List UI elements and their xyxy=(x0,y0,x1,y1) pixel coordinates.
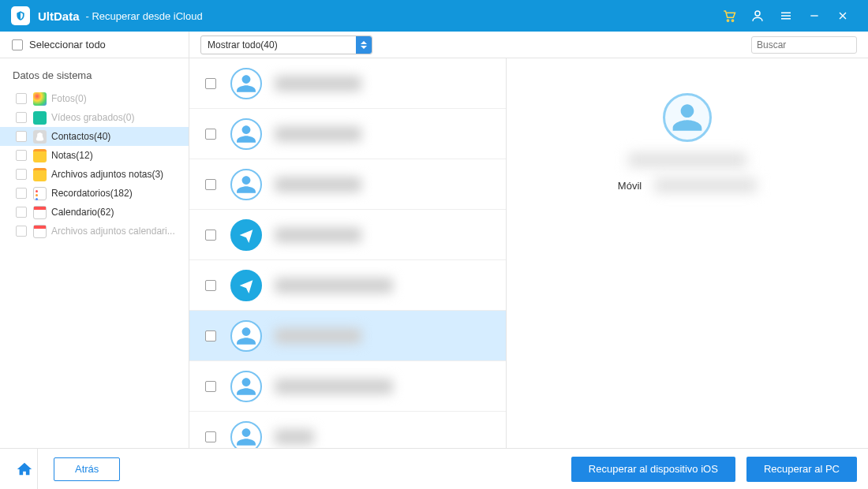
sidebar-item-checkbox[interactable] xyxy=(16,226,27,237)
sidebar-item-label: Vídeos grabados(0) xyxy=(51,112,134,123)
contact-row[interactable] xyxy=(189,260,506,311)
search-input[interactable] xyxy=(757,39,868,50)
contact-row-checkbox[interactable] xyxy=(205,78,216,89)
sidebar-item-calatt[interactable]: Archivos adjuntos calendari... xyxy=(0,222,189,241)
titlebar: UltData - Recuperar desde iCloud xyxy=(0,0,868,32)
contact-name-redacted xyxy=(275,278,393,293)
contact-name-redacted xyxy=(275,227,361,243)
notes2-icon xyxy=(33,168,47,181)
contact-avatar xyxy=(230,118,262,150)
videos-icon xyxy=(33,111,47,125)
photos-icon xyxy=(33,92,47,106)
contact-avatar xyxy=(230,169,262,200)
sidebar-group-title: Datos de sistema xyxy=(0,69,189,89)
search-box[interactable] xyxy=(751,36,857,54)
window-subtitle: - Recuperar desde iCloud xyxy=(86,10,203,22)
sidebar-item-checkbox[interactable] xyxy=(16,207,27,218)
contact-detail-name-redacted xyxy=(628,153,746,167)
sidebar-item-label: Notas(12) xyxy=(51,150,93,161)
sidebar-item-label: Fotos(0) xyxy=(51,93,87,104)
sidebar-item-notes[interactable]: Notas(12) xyxy=(0,146,189,165)
contact-row-checkbox[interactable] xyxy=(205,230,216,241)
contact-detail: Móvil xyxy=(507,58,868,448)
notes-icon xyxy=(33,149,47,162)
contact-row[interactable] xyxy=(189,109,506,159)
app-logo xyxy=(11,6,30,25)
contact-avatar xyxy=(230,270,262,301)
sidebar-item-label: Recordatorios(182) xyxy=(51,188,133,199)
contact-avatar xyxy=(230,68,262,99)
contact-row[interactable] xyxy=(189,361,506,412)
contact-row-checkbox[interactable] xyxy=(205,381,216,392)
dropdown-arrow-icon xyxy=(356,36,372,54)
contact-name-redacted xyxy=(275,76,361,91)
select-all-label: Seleccionar todo xyxy=(29,39,106,50)
sidebar-item-videos[interactable]: Vídeos grabados(0) xyxy=(0,108,189,127)
svg-point-2 xyxy=(755,11,760,16)
contact-row-checkbox[interactable] xyxy=(205,431,216,442)
calendar-icon xyxy=(33,206,47,219)
sidebar-item-checkbox[interactable] xyxy=(16,188,27,199)
contact-name-redacted xyxy=(275,126,361,142)
minimize-icon[interactable] xyxy=(800,0,829,32)
contact-row[interactable] xyxy=(189,311,506,361)
contact-row-checkbox[interactable] xyxy=(205,129,216,140)
contact-avatar xyxy=(230,371,262,402)
sidebar-item-checkbox[interactable] xyxy=(16,131,27,142)
filter-dropdown[interactable]: Mostrar todo(40) xyxy=(200,35,372,54)
reminders-icon xyxy=(33,187,47,200)
contact-detail-phone-redacted xyxy=(654,178,757,192)
contact-row[interactable] xyxy=(189,58,506,109)
sidebar-item-checkbox[interactable] xyxy=(16,150,27,161)
sidebar-item-label: Archivos adjuntos calendari... xyxy=(51,226,175,237)
sidebar-item-checkbox[interactable] xyxy=(16,169,27,180)
cart-icon[interactable] xyxy=(715,0,743,32)
sidebar-item-reminders[interactable]: Recordatorios(182) xyxy=(0,184,189,203)
contact-row[interactable] xyxy=(189,412,506,448)
select-all-checkbox[interactable] xyxy=(12,39,23,50)
contact-avatar xyxy=(230,320,262,352)
sidebar: Datos de sistema Fotos(0)Vídeos grabados… xyxy=(0,58,189,448)
contact-row-checkbox[interactable] xyxy=(205,330,216,342)
contact-avatar xyxy=(230,421,262,449)
sidebar-item-checkbox[interactable] xyxy=(16,93,27,104)
sidebar-item-checkbox[interactable] xyxy=(16,112,27,123)
app-name: UltData xyxy=(38,9,80,23)
contact-name-redacted xyxy=(275,328,361,344)
sidebar-item-notes2[interactable]: Archivos adjuntos notas(3) xyxy=(0,165,189,184)
toolbar: Seleccionar todo Mostrar todo(40) xyxy=(0,32,868,58)
sidebar-item-contacts[interactable]: Contactos(40) xyxy=(0,127,189,146)
contact-list xyxy=(189,58,507,448)
contact-detail-avatar xyxy=(663,93,712,142)
sidebar-item-photos[interactable]: Fotos(0) xyxy=(0,89,189,108)
svg-point-0 xyxy=(727,20,728,21)
sidebar-item-label: Archivos adjuntos notas(3) xyxy=(51,169,163,180)
contact-avatar xyxy=(230,219,262,251)
sidebar-item-label: Calendario(62) xyxy=(51,207,114,218)
contact-name-redacted xyxy=(275,177,361,192)
contact-row[interactable] xyxy=(189,210,506,260)
close-icon[interactable] xyxy=(829,0,857,32)
main-area: Datos de sistema Fotos(0)Vídeos grabados… xyxy=(0,58,868,448)
back-button[interactable]: Atrás xyxy=(54,457,120,481)
contact-name-redacted xyxy=(275,379,393,394)
svg-point-1 xyxy=(731,20,733,21)
menu-icon[interactable] xyxy=(772,0,800,32)
filter-dropdown-value: Mostrar todo(40) xyxy=(208,39,278,50)
contact-row-checkbox[interactable] xyxy=(205,280,216,291)
contacts-icon xyxy=(33,130,47,144)
account-icon[interactable] xyxy=(743,0,772,32)
contact-name-redacted xyxy=(275,429,314,445)
detail-field-label: Móvil xyxy=(618,180,642,192)
footer: Atrás Recuperar al dispositivo iOS Recup… xyxy=(0,448,868,489)
sidebar-item-calendar[interactable]: Calendario(62) xyxy=(0,203,189,222)
recover-to-pc-button[interactable]: Recuperar al PC xyxy=(746,457,857,482)
sidebar-item-label: Contactos(40) xyxy=(51,131,110,142)
home-button[interactable] xyxy=(0,449,38,489)
recover-to-device-button[interactable]: Recuperar al dispositivo iOS xyxy=(571,457,735,482)
contact-row-checkbox[interactable] xyxy=(205,179,216,190)
calatt-icon xyxy=(33,225,47,238)
contact-row[interactable] xyxy=(189,159,506,210)
home-icon xyxy=(16,461,33,478)
